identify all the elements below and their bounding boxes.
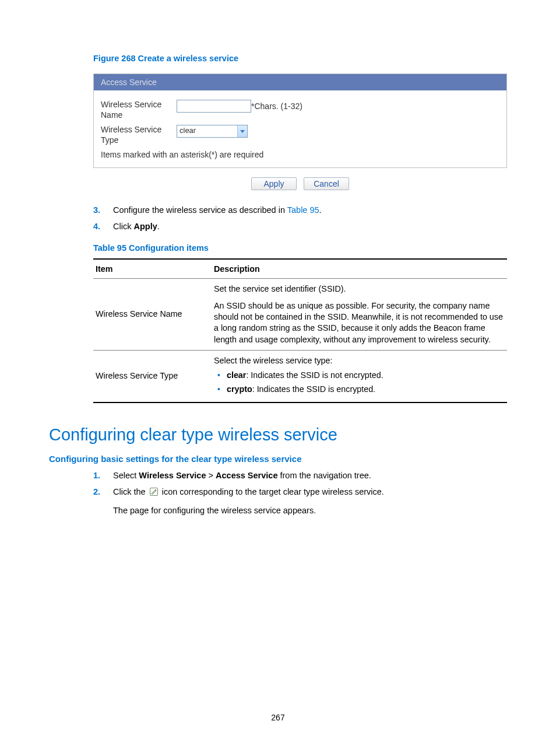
- step-number: 4.: [93, 220, 100, 232]
- wireless-service-name-input[interactable]: [177, 100, 251, 113]
- tab-access-service[interactable]: Access Service: [94, 74, 506, 90]
- step-text: Select: [113, 471, 139, 480]
- figure-buttons: Apply Cancel: [93, 177, 507, 190]
- step-bold: Wireless Service: [139, 471, 206, 480]
- step-followup: The page for configuring the wireless se…: [113, 505, 507, 517]
- form-row-type: Wireless Service Type clear: [94, 123, 506, 148]
- figure-caption: Figure 268 Create a wireless service: [93, 54, 507, 63]
- form-row-name: Wireless Service Name *Chars. (1-32): [94, 97, 506, 123]
- bullet-bold: clear: [227, 370, 246, 380]
- step-text: Click: [113, 222, 133, 231]
- step-number: 1.: [93, 470, 100, 481]
- label-service-type: Wireless Service Type: [101, 125, 177, 145]
- step-text: Configure the wireless service as descri…: [113, 205, 287, 215]
- bullet-bold: crypto: [227, 384, 252, 394]
- step-4: 4. Click Apply.: [93, 220, 507, 232]
- chevron-down-icon[interactable]: [237, 125, 247, 137]
- step-3: 3. Configure the wireless service as des…: [93, 204, 507, 216]
- cell-description: Select the wireless service type: clear:…: [212, 351, 507, 402]
- step-bold: Apply: [133, 222, 157, 231]
- desc-line: Select the wireless service type:: [214, 355, 505, 366]
- step-text: icon corresponding to the target clear t…: [160, 487, 384, 496]
- desc-para: An SSID should be as unique as possible.…: [214, 300, 505, 345]
- steps-list-a: 3. Configure the wireless service as des…: [93, 204, 507, 233]
- step-1: 1. Select Wireless Service > Access Serv…: [93, 470, 507, 481]
- bullet-text: : Indicates the SSID is encrypted.: [252, 384, 375, 394]
- cancel-button[interactable]: Cancel: [304, 177, 349, 190]
- step-text: .: [157, 222, 160, 231]
- edit-icon: [149, 487, 159, 499]
- table-caption: Table 95 Configuration items: [93, 243, 507, 253]
- link-table-95[interactable]: Table 95: [287, 205, 319, 215]
- th-description: Description: [212, 259, 507, 279]
- subsection-heading: Configuring basic settings for the clear…: [49, 454, 507, 464]
- table-row: Wireless Service Name Set the service se…: [93, 278, 507, 350]
- page-number: 267: [0, 713, 556, 722]
- cell-item: Wireless Service Name: [93, 278, 212, 350]
- apply-button[interactable]: Apply: [251, 177, 297, 190]
- step-number: 2.: [93, 486, 100, 498]
- step-bold: Access Service: [216, 471, 277, 480]
- wireless-service-type-select[interactable]: clear: [177, 125, 248, 138]
- step-2: 2. Click the icon corresponding to the t…: [93, 486, 507, 516]
- bullet-list: clear: Indicates the SSID is not encrypt…: [214, 370, 505, 395]
- section-heading: Configuring clear type wireless service: [49, 425, 507, 444]
- cell-description: Set the service set identifier (SSID). A…: [212, 278, 507, 350]
- hint-chars: *Chars. (1-32): [251, 102, 302, 111]
- table-row: Wireless Service Type Select the wireles…: [93, 351, 507, 402]
- step-number: 3.: [93, 204, 100, 216]
- required-note: Items marked with an asterisk(*) are req…: [94, 148, 506, 163]
- select-value: clear: [177, 125, 237, 137]
- th-item: Item: [93, 259, 212, 279]
- step-text: from the navigation tree.: [277, 471, 371, 480]
- bullet-text: : Indicates the SSID is not encrypted.: [246, 370, 383, 380]
- step-text: .: [319, 205, 322, 215]
- figure-body: Wireless Service Name *Chars. (1-32) Wir…: [94, 90, 506, 167]
- desc-line: Set the service set identifier (SSID).: [214, 284, 505, 295]
- list-item: crypto: Indicates the SSID is encrypted.: [214, 384, 505, 395]
- label-service-name: Wireless Service Name: [101, 100, 177, 120]
- cell-item: Wireless Service Type: [93, 351, 212, 402]
- figure-box: Access Service Wireless Service Name *Ch…: [93, 74, 507, 168]
- config-table: Item Description Wireless Service Name S…: [93, 258, 507, 403]
- step-text: Click the: [113, 487, 148, 496]
- step-text: >: [206, 471, 216, 480]
- steps-list-b: 1. Select Wireless Service > Access Serv…: [93, 470, 507, 517]
- list-item: clear: Indicates the SSID is not encrypt…: [214, 370, 505, 381]
